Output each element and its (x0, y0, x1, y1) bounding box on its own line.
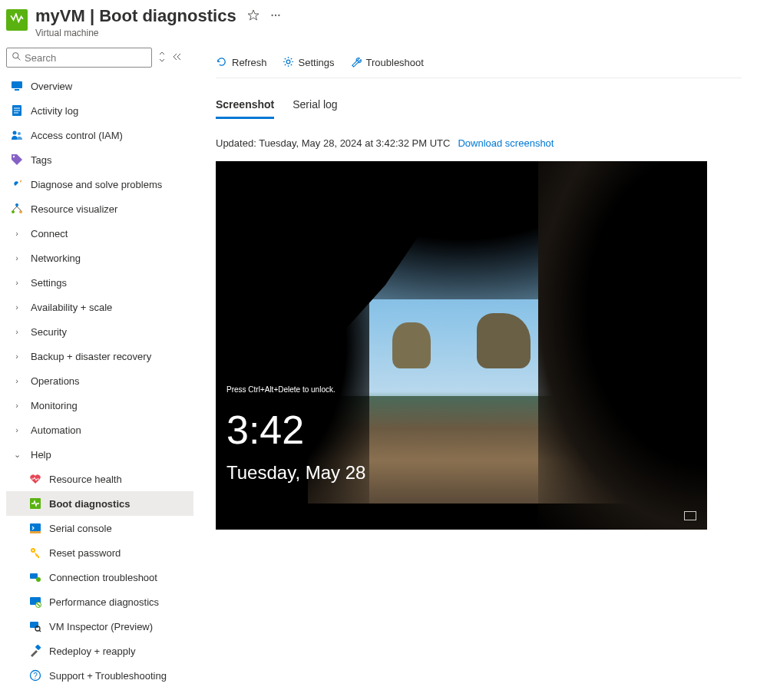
expand-collapse-icon[interactable] (158, 51, 166, 64)
tab-screenshot[interactable]: Screenshot (216, 98, 274, 119)
sidebar-item-boot-diagnostics[interactable]: Boot diagnostics (6, 491, 193, 516)
wrench-icon (11, 178, 23, 190)
sidebar-item-monitoring[interactable]: › Monitoring (6, 393, 193, 418)
svg-point-21 (32, 550, 34, 551)
chevron-right-icon: › (11, 302, 23, 312)
sidebar-item-security[interactable]: › Security (6, 319, 193, 344)
boot-diag-icon (29, 497, 41, 510)
chevron-down-icon: ⌄ (11, 450, 23, 460)
search-icon (12, 51, 21, 64)
chevron-right-icon: › (11, 253, 23, 262)
sidebar-item-operations[interactable]: › Operations (6, 368, 193, 393)
svg-point-23 (36, 577, 41, 582)
sidebar-item-connect[interactable]: › Connect (6, 221, 193, 246)
favorite-icon[interactable] (247, 9, 259, 24)
svg-rect-5 (12, 81, 22, 88)
sidebar-item-automation[interactable]: › Automation (6, 418, 193, 442)
lockscreen-time: 3:42 (226, 407, 304, 453)
svg-point-12 (18, 132, 21, 135)
sidebar-item-networking[interactable]: › Networking (6, 246, 193, 270)
key-icon (29, 546, 41, 559)
updated-text: Updated: Tuesday, May 28, 2024 at 3:42:3… (216, 137, 450, 149)
svg-point-15 (12, 210, 15, 213)
sidebar-item-access-control[interactable]: Access control (IAM) (6, 123, 193, 147)
wrench-icon (350, 56, 362, 70)
sidebar-item-resource-viz[interactable]: Resource visualizer (6, 196, 193, 221)
hammer-icon (29, 645, 41, 657)
vm-icon (6, 9, 28, 31)
page-title: myVM | Boot diagnostics (35, 6, 236, 26)
main-content: Refresh Settings Troubleshoot Screenshot… (200, 48, 757, 700)
connection-icon (29, 571, 41, 583)
inspector-icon (29, 620, 41, 632)
tab-serial-log[interactable]: Serial log (293, 98, 337, 119)
svg-rect-26 (30, 622, 38, 628)
sidebar-item-diagnose[interactable]: Diagnose and solve problems (6, 172, 193, 196)
perf-icon (29, 596, 41, 608)
sidebar-item-reset-password[interactable]: Reset password (6, 540, 193, 565)
console-icon (29, 522, 41, 534)
svg-point-16 (19, 210, 22, 213)
lockscreen-hint: Press Ctrl+Alt+Delete to unlock. (226, 385, 336, 394)
network-icon (684, 511, 696, 520)
svg-point-0 (271, 14, 273, 15)
svg-rect-18 (30, 523, 41, 531)
page-subtitle: Virtual machine (35, 28, 281, 38)
sidebar-item-help[interactable]: ⌄ Help (6, 442, 193, 467)
chevron-right-icon: › (11, 376, 23, 385)
sidebar-item-resource-health[interactable]: Resource health (6, 467, 193, 491)
svg-rect-22 (30, 573, 38, 579)
heart-icon (29, 473, 41, 485)
sidebar-item-support[interactable]: ? Support + Troubleshooting (6, 663, 193, 688)
svg-point-3 (13, 53, 18, 58)
svg-point-2 (278, 14, 279, 15)
svg-text:?: ? (33, 672, 38, 680)
chevron-right-icon: › (11, 401, 23, 410)
sidebar-item-settings[interactable]: › Settings (6, 270, 193, 295)
hierarchy-icon (11, 203, 23, 215)
svg-rect-6 (15, 89, 19, 91)
refresh-button[interactable]: Refresh (216, 56, 267, 70)
sidebar-item-backup[interactable]: › Backup + disaster recovery (6, 344, 193, 368)
tag-icon (11, 154, 23, 166)
sidebar-item-activity-log[interactable]: Activity log (6, 98, 193, 123)
collapse-panel-icon[interactable] (172, 52, 183, 63)
search-field[interactable] (25, 52, 147, 64)
chevron-right-icon: › (11, 278, 23, 287)
refresh-icon (216, 56, 227, 70)
more-icon[interactable] (270, 10, 281, 23)
chevron-right-icon: › (11, 327, 23, 336)
svg-point-31 (286, 60, 290, 64)
lockscreen-date: Tuesday, May 28 (226, 462, 365, 484)
people-icon (11, 129, 23, 141)
settings-button[interactable]: Settings (283, 56, 335, 70)
sidebar-item-redeploy[interactable]: Redeploy + reapply (6, 639, 193, 663)
svg-point-11 (13, 131, 17, 135)
help-icon: ? (29, 669, 41, 682)
sidebar-item-perf-diag[interactable]: Performance diagnostics (6, 589, 193, 614)
log-icon (11, 104, 23, 117)
sidebar-item-overview[interactable]: Overview (6, 74, 193, 98)
sidebar-item-tags[interactable]: Tags (6, 147, 193, 172)
chevron-right-icon: › (11, 352, 23, 361)
chevron-right-icon: › (11, 425, 23, 434)
svg-line-4 (18, 58, 20, 60)
svg-point-13 (13, 156, 15, 157)
sidebar: Overview Activity log Access control (IA… (0, 48, 200, 700)
chevron-right-icon: › (11, 229, 23, 238)
sidebar-item-vm-inspector[interactable]: VM Inspector (Preview) (6, 614, 193, 639)
sidebar-item-serial-console[interactable]: Serial console (6, 516, 193, 540)
gear-icon (283, 56, 294, 70)
troubleshoot-button[interactable]: Troubleshoot (350, 56, 424, 70)
svg-rect-28 (35, 645, 41, 650)
sidebar-item-connection-troubleshoot[interactable]: Connection troubleshoot (6, 565, 193, 589)
download-screenshot-link[interactable]: Download screenshot (458, 137, 554, 149)
vm-screenshot: Press Ctrl+Alt+Delete to unlock. 3:42 Tu… (216, 161, 707, 530)
svg-point-1 (275, 14, 276, 15)
svg-rect-19 (30, 531, 41, 533)
sidebar-item-availability[interactable]: › Availability + scale (6, 295, 193, 319)
monitor-icon (11, 80, 23, 92)
svg-point-14 (15, 203, 18, 206)
search-input[interactable] (6, 48, 152, 68)
